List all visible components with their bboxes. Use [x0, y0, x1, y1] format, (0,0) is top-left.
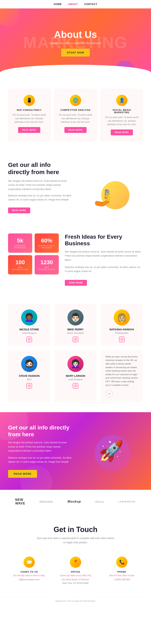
- stat-guaranteed-label: GUARANTEEDSUCCESS: [38, 245, 56, 249]
- team-card-steve: 🧔🏻 STEVE HUDSON SEO: [8, 350, 50, 402]
- stat-creative-label: CREATIVEAPPROACH: [11, 245, 29, 249]
- navigation: HOME ABOUT CONTACT: [0, 0, 151, 8]
- svg-point-14: [76, 385, 76, 385]
- instagram-mike[interactable]: [73, 336, 78, 342]
- stats-grid: 5k CREATIVEAPPROACH 60% GUARANTEEDSUCCES…: [8, 234, 59, 274]
- svg-rect-12: [74, 385, 77, 387]
- cta-para1: Nec feugiat nisl pretium fusce id. Justo…: [8, 440, 71, 453]
- contact-link-email: Our friendly team is here to help.: [11, 574, 48, 577]
- nav-contact[interactable]: CONTACT: [84, 3, 97, 6]
- avatar-mary: 👩🏻‍🦱: [67, 356, 84, 372]
- nav-about[interactable]: ABOUT: [68, 3, 78, 6]
- role-natasha: Photographer: [115, 332, 129, 334]
- team-text-desc: While we were not the first home cleanin…: [105, 355, 138, 387]
- competitor-desc: Per ea quod iusto. Te autem pertit nax d…: [59, 113, 92, 124]
- hero-blob-left: [0, 8, 20, 26]
- avatar-mike: 👨🏻: [67, 310, 84, 326]
- info-heading: Get our all info directly from here: [8, 161, 71, 176]
- stat-guaranteed: 60% GUARANTEEDSUCCESS: [35, 234, 59, 253]
- hero-cta-button[interactable]: START NOW: [61, 49, 90, 56]
- contact-heading: Get in Touch: [8, 525, 143, 534]
- stat-seo-opt-number: 100: [11, 259, 29, 266]
- cta-para2: Delectus recteque has ne, no pro tation …: [8, 456, 71, 464]
- seo-read-more[interactable]: READ MORE: [18, 127, 40, 133]
- contact-desc: Duis aute irure dolor in reprehenderit i…: [35, 536, 116, 544]
- svg-rect-9: [28, 385, 30, 387]
- seo-icon: 📱: [24, 95, 35, 106]
- contact-info-email: hi@ourcompany.com: [11, 578, 48, 582]
- svg-rect-6: [121, 338, 123, 340]
- cta-read-more[interactable]: READ MORE: [8, 470, 37, 478]
- social-desc: Per ea quod iusto. Te autem pertit nax d…: [105, 116, 139, 126]
- services-section: 📱 SEO CONSULTANCY Per ea quod iusto. Te …: [0, 77, 151, 149]
- info-text: Get our all info directly from here Nec …: [8, 161, 71, 213]
- svg-point-4: [75, 339, 76, 340]
- competitor-read-more[interactable]: READ MORE: [64, 127, 87, 133]
- phone-icon: 📞: [116, 556, 127, 568]
- role-steve: SEO: [27, 378, 31, 380]
- cta-image: 🚀: [80, 439, 143, 463]
- contact-grid: ✉️ CHART TO US Our friendly team is here…: [8, 552, 143, 589]
- team-card-nicole: 👩🏾‍🦱 NICOLE STONE Lead Designer: [8, 304, 50, 346]
- stat-seo-opt: 100 SEOOPTIMIZATION: [8, 255, 32, 274]
- ideas-para1: Nec feugiat nisl pretium fusce id. Justo…: [65, 250, 143, 262]
- services-grid: 📱 SEO CONSULTANCY Per ea quod iusto. Te …: [8, 89, 143, 141]
- ideas-heading: Fresh Ideas for Every Business: [65, 234, 143, 247]
- contact-section: Get in Touch Duis aute irure dolor in re…: [0, 513, 151, 597]
- svg-point-11: [30, 385, 30, 385]
- instagram-nicole[interactable]: [26, 336, 32, 342]
- competitor-icon: 🌐: [70, 95, 81, 106]
- svg-point-1: [29, 339, 30, 340]
- footer: Sample text. Click to select the Text El…: [0, 597, 151, 605]
- name-mary: MARY LARSON: [66, 374, 85, 378]
- email-icon: ✉️: [24, 556, 35, 568]
- ideas-text: Fresh Ideas for Every Business Nec feugi…: [65, 234, 143, 286]
- cta-text: Get our all info directly from here Nec …: [8, 424, 71, 478]
- ideas-read-more[interactable]: READ MORE: [65, 280, 87, 286]
- cta-heading: Get our all info directly from here: [8, 424, 71, 438]
- info-read-more[interactable]: READ MORE: [8, 208, 30, 213]
- role-nicole: Lead Designer: [22, 332, 37, 334]
- service-card-social: 👤 SOCIAL MEDIA MARKETING Per ea quod ius…: [101, 89, 143, 141]
- svg-point-5: [76, 338, 76, 339]
- competitor-title: COMPETITOR ANALYSIS: [59, 109, 92, 111]
- contact-card-phone: 📞 PHONE Mon-Fri from 8am to 5am +1(555) …: [101, 552, 143, 589]
- stat-guaranteed-number: 60%: [38, 238, 56, 244]
- cta-section: Get our all info directly from here Nec …: [0, 412, 151, 490]
- ideas-para2: Delectus recteque has ne, no pro tation …: [65, 265, 143, 274]
- brands-section: NEWWAVE ORGANIC Mockup Africa LAMINABONE: [0, 490, 151, 513]
- instagram-steve[interactable]: [26, 383, 32, 389]
- info-section: Get our all info directly from here Nec …: [0, 149, 151, 226]
- team-card-mary: 👩🏻‍🦱 MARY LARSON Lead Designer: [54, 350, 97, 402]
- svg-rect-3: [74, 338, 77, 340]
- instagram-mary[interactable]: [73, 383, 78, 389]
- team-grid: 👩🏾‍🦱 NICOLE STONE Lead Designer 👨🏻 MIKE …: [8, 304, 143, 402]
- contact-type-office: OFFICE: [57, 570, 94, 573]
- name-natasha: NATASHA IVANOVA: [109, 328, 134, 331]
- team-card-natasha: 👩🏼 NATASHA IVANOVA Photographer: [101, 304, 143, 346]
- service-card-seo: 📱 SEO CONSULTANCY Per ea quod iusto. Te …: [8, 89, 50, 141]
- social-read-more[interactable]: READ MORE: [111, 130, 133, 135]
- seo-desc: Per ea quod iusto. Te autem pertit nax d…: [12, 113, 46, 124]
- svg-point-7: [121, 339, 122, 340]
- seo-title: SEO CONSULTANCY: [12, 109, 46, 111]
- info-para2: Delectus recteque has ne, no pro tation …: [8, 194, 71, 202]
- hero-title: About Us: [54, 29, 97, 40]
- contact-info-phone: +1(555) 000-000: [103, 578, 140, 582]
- name-steve: STEVE HUDSON: [19, 374, 40, 378]
- brand-africa: Africa: [95, 500, 104, 503]
- avatar-nicole: 👩🏾‍🦱: [21, 310, 37, 326]
- hero-section: MARKETING About Us Sample text. Click to…: [0, 8, 151, 77]
- stat-seo-cons-label: SEOCONSULTANCY: [38, 266, 56, 270]
- svg-point-2: [30, 338, 30, 339]
- name-mike: MIKE PERRY: [67, 328, 84, 331]
- stat-seo-cons: 1230 SEOCONSULTANCY: [35, 255, 59, 274]
- team-arrow-button[interactable]: →: [105, 390, 113, 397]
- role-mary: Lead Designer: [68, 378, 83, 380]
- brand-new-wave: NEWWAVE: [15, 498, 25, 505]
- contact-card-email: ✉️ CHART TO US Our friendly team is here…: [8, 552, 50, 589]
- nav-home[interactable]: HOME: [54, 3, 62, 6]
- stat-creative: 5k CREATIVEAPPROACH: [8, 234, 32, 253]
- instagram-natasha[interactable]: [119, 336, 125, 342]
- contact-type-phone: PHONE: [103, 570, 140, 573]
